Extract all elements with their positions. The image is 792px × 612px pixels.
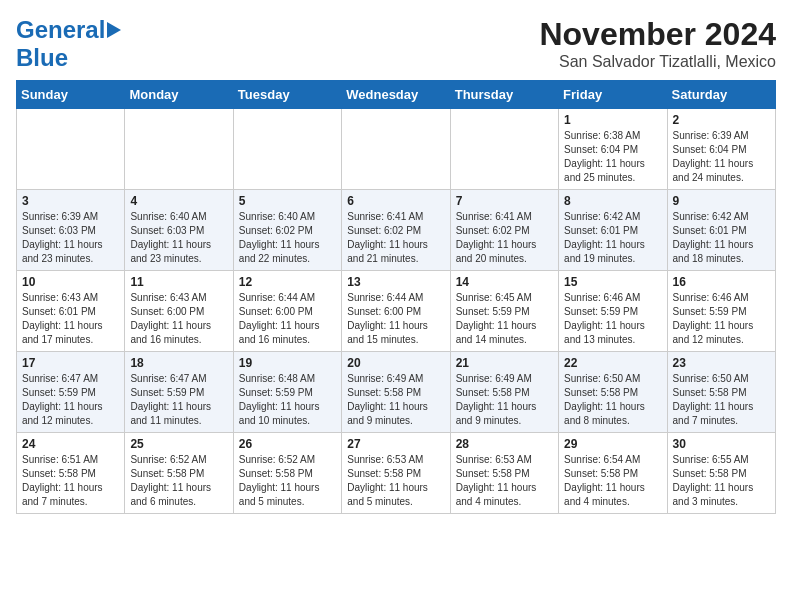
day-number: 9	[673, 194, 770, 208]
weekday-header-row: SundayMondayTuesdayWednesdayThursdayFrid…	[17, 81, 776, 109]
day-number: 10	[22, 275, 119, 289]
day-info: Sunrise: 6:50 AM Sunset: 5:58 PM Dayligh…	[564, 372, 661, 428]
day-number: 12	[239, 275, 336, 289]
day-number: 8	[564, 194, 661, 208]
calendar-cell	[125, 109, 233, 190]
day-info: Sunrise: 6:53 AM Sunset: 5:58 PM Dayligh…	[456, 453, 553, 509]
logo-text-general: General	[16, 16, 105, 44]
day-info: Sunrise: 6:48 AM Sunset: 5:59 PM Dayligh…	[239, 372, 336, 428]
calendar-cell: 27Sunrise: 6:53 AM Sunset: 5:58 PM Dayli…	[342, 433, 450, 514]
day-number: 13	[347, 275, 444, 289]
day-number: 1	[564, 113, 661, 127]
day-number: 15	[564, 275, 661, 289]
day-number: 25	[130, 437, 227, 451]
title-block: November 2024 San Salvador Tizatlalli, M…	[539, 16, 776, 71]
calendar-cell: 2Sunrise: 6:39 AM Sunset: 6:04 PM Daylig…	[667, 109, 775, 190]
day-number: 27	[347, 437, 444, 451]
weekday-header-monday: Monday	[125, 81, 233, 109]
day-number: 18	[130, 356, 227, 370]
day-number: 23	[673, 356, 770, 370]
day-info: Sunrise: 6:53 AM Sunset: 5:58 PM Dayligh…	[347, 453, 444, 509]
weekday-header-tuesday: Tuesday	[233, 81, 341, 109]
calendar-cell: 13Sunrise: 6:44 AM Sunset: 6:00 PM Dayli…	[342, 271, 450, 352]
calendar-cell: 12Sunrise: 6:44 AM Sunset: 6:00 PM Dayli…	[233, 271, 341, 352]
day-info: Sunrise: 6:46 AM Sunset: 5:59 PM Dayligh…	[564, 291, 661, 347]
calendar-cell: 28Sunrise: 6:53 AM Sunset: 5:58 PM Dayli…	[450, 433, 558, 514]
calendar-cell: 9Sunrise: 6:42 AM Sunset: 6:01 PM Daylig…	[667, 190, 775, 271]
day-number: 14	[456, 275, 553, 289]
calendar-header: SundayMondayTuesdayWednesdayThursdayFrid…	[17, 81, 776, 109]
weekday-header-sunday: Sunday	[17, 81, 125, 109]
calendar-cell: 4Sunrise: 6:40 AM Sunset: 6:03 PM Daylig…	[125, 190, 233, 271]
month-year-title: November 2024	[539, 16, 776, 53]
day-info: Sunrise: 6:40 AM Sunset: 6:03 PM Dayligh…	[130, 210, 227, 266]
day-number: 21	[456, 356, 553, 370]
calendar-cell: 25Sunrise: 6:52 AM Sunset: 5:58 PM Dayli…	[125, 433, 233, 514]
calendar-week-row: 17Sunrise: 6:47 AM Sunset: 5:59 PM Dayli…	[17, 352, 776, 433]
calendar-week-row: 3Sunrise: 6:39 AM Sunset: 6:03 PM Daylig…	[17, 190, 776, 271]
day-number: 26	[239, 437, 336, 451]
day-number: 3	[22, 194, 119, 208]
day-info: Sunrise: 6:52 AM Sunset: 5:58 PM Dayligh…	[239, 453, 336, 509]
day-number: 24	[22, 437, 119, 451]
day-info: Sunrise: 6:44 AM Sunset: 6:00 PM Dayligh…	[239, 291, 336, 347]
calendar-cell: 5Sunrise: 6:40 AM Sunset: 6:02 PM Daylig…	[233, 190, 341, 271]
day-info: Sunrise: 6:40 AM Sunset: 6:02 PM Dayligh…	[239, 210, 336, 266]
day-number: 4	[130, 194, 227, 208]
calendar-cell: 18Sunrise: 6:47 AM Sunset: 5:59 PM Dayli…	[125, 352, 233, 433]
day-info: Sunrise: 6:43 AM Sunset: 6:01 PM Dayligh…	[22, 291, 119, 347]
calendar-cell: 30Sunrise: 6:55 AM Sunset: 5:58 PM Dayli…	[667, 433, 775, 514]
location-subtitle: San Salvador Tizatlalli, Mexico	[539, 53, 776, 71]
calendar-week-row: 24Sunrise: 6:51 AM Sunset: 5:58 PM Dayli…	[17, 433, 776, 514]
day-number: 29	[564, 437, 661, 451]
logo: General Blue	[16, 16, 121, 72]
day-info: Sunrise: 6:49 AM Sunset: 5:58 PM Dayligh…	[456, 372, 553, 428]
day-info: Sunrise: 6:38 AM Sunset: 6:04 PM Dayligh…	[564, 129, 661, 185]
calendar-cell: 10Sunrise: 6:43 AM Sunset: 6:01 PM Dayli…	[17, 271, 125, 352]
weekday-header-friday: Friday	[559, 81, 667, 109]
calendar-cell	[342, 109, 450, 190]
day-info: Sunrise: 6:43 AM Sunset: 6:00 PM Dayligh…	[130, 291, 227, 347]
calendar-week-row: 1Sunrise: 6:38 AM Sunset: 6:04 PM Daylig…	[17, 109, 776, 190]
calendar-cell: 29Sunrise: 6:54 AM Sunset: 5:58 PM Dayli…	[559, 433, 667, 514]
day-number: 2	[673, 113, 770, 127]
day-info: Sunrise: 6:41 AM Sunset: 6:02 PM Dayligh…	[347, 210, 444, 266]
day-number: 30	[673, 437, 770, 451]
weekday-header-thursday: Thursday	[450, 81, 558, 109]
day-info: Sunrise: 6:45 AM Sunset: 5:59 PM Dayligh…	[456, 291, 553, 347]
calendar-cell: 16Sunrise: 6:46 AM Sunset: 5:59 PM Dayli…	[667, 271, 775, 352]
calendar-cell: 15Sunrise: 6:46 AM Sunset: 5:59 PM Dayli…	[559, 271, 667, 352]
calendar-cell	[233, 109, 341, 190]
day-number: 28	[456, 437, 553, 451]
calendar-table: SundayMondayTuesdayWednesdayThursdayFrid…	[16, 80, 776, 514]
logo-text-blue: Blue	[16, 44, 68, 72]
calendar-cell: 11Sunrise: 6:43 AM Sunset: 6:00 PM Dayli…	[125, 271, 233, 352]
calendar-cell	[17, 109, 125, 190]
day-info: Sunrise: 6:39 AM Sunset: 6:04 PM Dayligh…	[673, 129, 770, 185]
day-info: Sunrise: 6:51 AM Sunset: 5:58 PM Dayligh…	[22, 453, 119, 509]
weekday-header-wednesday: Wednesday	[342, 81, 450, 109]
calendar-cell: 1Sunrise: 6:38 AM Sunset: 6:04 PM Daylig…	[559, 109, 667, 190]
day-info: Sunrise: 6:47 AM Sunset: 5:59 PM Dayligh…	[130, 372, 227, 428]
day-number: 5	[239, 194, 336, 208]
day-info: Sunrise: 6:41 AM Sunset: 6:02 PM Dayligh…	[456, 210, 553, 266]
day-info: Sunrise: 6:55 AM Sunset: 5:58 PM Dayligh…	[673, 453, 770, 509]
day-number: 16	[673, 275, 770, 289]
day-info: Sunrise: 6:50 AM Sunset: 5:58 PM Dayligh…	[673, 372, 770, 428]
calendar-week-row: 10Sunrise: 6:43 AM Sunset: 6:01 PM Dayli…	[17, 271, 776, 352]
day-info: Sunrise: 6:49 AM Sunset: 5:58 PM Dayligh…	[347, 372, 444, 428]
day-info: Sunrise: 6:47 AM Sunset: 5:59 PM Dayligh…	[22, 372, 119, 428]
day-info: Sunrise: 6:44 AM Sunset: 6:00 PM Dayligh…	[347, 291, 444, 347]
calendar-cell: 8Sunrise: 6:42 AM Sunset: 6:01 PM Daylig…	[559, 190, 667, 271]
calendar-cell: 6Sunrise: 6:41 AM Sunset: 6:02 PM Daylig…	[342, 190, 450, 271]
calendar-cell: 21Sunrise: 6:49 AM Sunset: 5:58 PM Dayli…	[450, 352, 558, 433]
calendar-cell	[450, 109, 558, 190]
day-info: Sunrise: 6:42 AM Sunset: 6:01 PM Dayligh…	[673, 210, 770, 266]
calendar-cell: 19Sunrise: 6:48 AM Sunset: 5:59 PM Dayli…	[233, 352, 341, 433]
calendar-cell: 23Sunrise: 6:50 AM Sunset: 5:58 PM Dayli…	[667, 352, 775, 433]
day-number: 19	[239, 356, 336, 370]
day-number: 11	[130, 275, 227, 289]
calendar-cell: 22Sunrise: 6:50 AM Sunset: 5:58 PM Dayli…	[559, 352, 667, 433]
day-info: Sunrise: 6:52 AM Sunset: 5:58 PM Dayligh…	[130, 453, 227, 509]
calendar-cell: 26Sunrise: 6:52 AM Sunset: 5:58 PM Dayli…	[233, 433, 341, 514]
